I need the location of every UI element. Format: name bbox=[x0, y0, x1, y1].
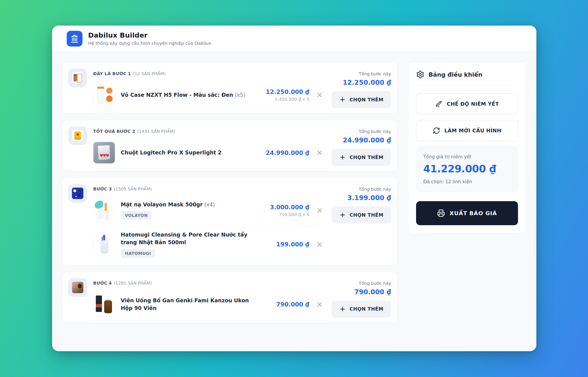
step-total-label: Tổng bước này bbox=[359, 187, 391, 192]
product-info: Mặt nạ Volayon Mask 500gr (x4) VOLAYON bbox=[121, 201, 257, 220]
product-price-block: 199.000 ₫ bbox=[262, 241, 309, 248]
product-photo bbox=[93, 84, 115, 106]
step-card: BƯỚC 4 (1281 SẢN PHẨM) Viên Uống Bổ Gan … bbox=[62, 272, 398, 323]
product-name: Viên Uống Bổ Gan Genki Fami Kanzou Ukon … bbox=[121, 297, 254, 312]
step-title-row: BƯỚC 4 (1281 SẢN PHẨM) bbox=[93, 281, 325, 286]
add-more-button[interactable]: CHỌN THÊM bbox=[332, 206, 391, 224]
step-thumbnail-art bbox=[72, 130, 83, 141]
app-header: Dabilux Builder Hệ thống xây dựng cấu hì… bbox=[52, 25, 536, 52]
export-quote-label: XUẤT BÁO GIÁ bbox=[450, 210, 497, 216]
step-thumbnail bbox=[68, 184, 87, 203]
product-image bbox=[93, 234, 115, 255]
product-photo bbox=[93, 142, 115, 163]
control-panel: Bảng điều khiển CHẾ ĐỘ NIÊM YẾT bbox=[408, 62, 526, 233]
product-unit-price: 750.000 ₫ x 4 bbox=[262, 212, 309, 217]
summary-selected-count: Đã chọn: 12 linh kiện bbox=[423, 179, 511, 184]
product-list: Viên Uống Bổ Gan Genki Fami Kanzou Ukon … bbox=[93, 289, 325, 320]
refresh-icon bbox=[433, 127, 440, 134]
step-total-label: Tổng bước này bbox=[359, 281, 391, 286]
step-title-row: TỐT QUÁ BƯỚC 2 (1431 SẢN PHẨM) bbox=[93, 129, 325, 134]
add-more-label: CHỌN THÊM bbox=[350, 97, 384, 102]
product-image bbox=[93, 200, 115, 221]
add-more-button[interactable]: CHỌN THÊM bbox=[332, 149, 391, 166]
step-product-count: (1281 SẢN PHẨM) bbox=[114, 281, 152, 286]
plus-icon bbox=[339, 212, 346, 218]
step-product-count: (12 SẢN PHẨM) bbox=[133, 71, 166, 76]
product-list: Vỏ Case NZXT H5 Flow - Màu sắc: Đen (x5)… bbox=[93, 79, 325, 111]
step-main: BƯỚC 4 (1281 SẢN PHẨM) Viên Uống Bổ Gan … bbox=[93, 278, 325, 320]
step-label: BƯỚC 4 bbox=[93, 281, 112, 286]
step-total-value: 12.250.000 ₫ bbox=[343, 79, 391, 86]
product-name: Chuột Logitech Pro X Superlight 2 bbox=[121, 149, 254, 157]
listing-mode-button[interactable]: CHẾ ĐỘ NIÊM YẾT bbox=[416, 93, 518, 115]
remove-product-button[interactable] bbox=[315, 206, 324, 215]
step-title-row: BƯỚC 3 (1505 SẢN PHẨM) bbox=[93, 187, 325, 191]
product-price-block: 12.250.000 ₫ 2.450.000 ₫ x 5 bbox=[262, 88, 309, 102]
bank-icon bbox=[70, 34, 79, 43]
app-body: ĐÂY LÀ BƯỚC 1 (12 SẢN PHẨM) Vỏ Case NZXT… bbox=[52, 52, 536, 351]
remove-product-button[interactable] bbox=[315, 240, 324, 249]
remove-product-button[interactable] bbox=[315, 90, 324, 100]
step-thumbnail bbox=[68, 126, 87, 145]
product-price-block: 24.990.000 ₫ bbox=[262, 149, 309, 156]
add-more-label: CHỌN THÊM bbox=[350, 212, 384, 218]
app-logo bbox=[67, 31, 82, 47]
pencil-icon bbox=[435, 100, 442, 108]
plus-icon bbox=[339, 154, 346, 161]
step-main: TỐT QUÁ BƯỚC 2 (1431 SẢN PHẨM) Chuột Log… bbox=[93, 126, 325, 169]
remove-product-button[interactable] bbox=[315, 300, 324, 309]
step-summary: Tổng bước này 3.199.000 ₫ CHỌN THÊM bbox=[332, 183, 391, 263]
page-background: { "app": { "title": "Dabilux Builder", "… bbox=[0, 0, 588, 377]
product-photo bbox=[93, 294, 115, 315]
step-total-label: Tổng bước này bbox=[359, 129, 391, 134]
listing-mode-label: CHẾ ĐỘ NIÊM YẾT bbox=[447, 101, 499, 107]
product-price: 12.250.000 ₫ bbox=[262, 88, 309, 95]
step-label: TỐT QUÁ BƯỚC 2 bbox=[93, 129, 135, 134]
add-more-button[interactable]: CHỌN THÊM bbox=[332, 91, 391, 108]
product-price: 790.000 ₫ bbox=[262, 301, 309, 308]
product-photo bbox=[93, 200, 115, 221]
product-info: Hatomugi Cleansing & Pore Clear Nước tẩy… bbox=[121, 231, 257, 258]
product-price: 3.000.000 ₫ bbox=[262, 204, 309, 211]
plus-icon bbox=[339, 306, 346, 312]
step-thumbnail bbox=[68, 69, 87, 87]
steps-column: ĐÂY LÀ BƯỚC 1 (12 SẢN PHẨM) Vỏ Case NZXT… bbox=[62, 62, 398, 323]
summary-box: Tổng giá trị niêm yết 41.229.000 ₫ Đã ch… bbox=[416, 147, 518, 192]
export-quote-button[interactable]: XUẤT BÁO GIÁ bbox=[416, 201, 518, 225]
step-thumbnail-art bbox=[72, 72, 83, 84]
close-icon bbox=[316, 207, 323, 214]
product-info: Vỏ Case NZXT H5 Flow - Màu sắc: Đen (x5) bbox=[121, 91, 257, 99]
summary-total-value: 41.229.000 ₫ bbox=[423, 163, 511, 175]
product-price: 199.000 ₫ bbox=[262, 241, 309, 248]
product-price-block: 790.000 ₫ bbox=[262, 301, 309, 308]
printer-icon bbox=[437, 209, 445, 217]
brand-badge: HATOMUGI bbox=[121, 249, 155, 258]
refresh-config-button[interactable]: LÀM MỚI CẤU HÌNH bbox=[416, 120, 518, 141]
product-row: Hatomugi Cleansing & Pore Clear Nước tẩy… bbox=[93, 226, 325, 263]
product-quantity: (x4) bbox=[202, 202, 215, 208]
step-thumbnail-art bbox=[72, 188, 83, 199]
app-window: Dabilux Builder Hệ thống xây dựng cấu hì… bbox=[52, 25, 536, 351]
step-product-count: (1431 SẢN PHẨM) bbox=[137, 129, 175, 134]
app-header-text: Dabilux Builder Hệ thống xây dựng cấu hì… bbox=[88, 31, 211, 46]
product-name: Vỏ Case NZXT H5 Flow - Màu sắc: Đen (x5) bbox=[121, 91, 254, 99]
summary-label: Tổng giá trị niêm yết bbox=[423, 154, 511, 159]
add-more-button[interactable]: CHỌN THÊM bbox=[332, 301, 391, 318]
step-main: BƯỚC 3 (1505 SẢN PHẨM) Mặt nạ Volayon Ma… bbox=[93, 183, 325, 263]
app-subtitle: Hệ thống xây dựng cấu hình chuyên nghiệp… bbox=[88, 41, 211, 46]
step-main: ĐÂY LÀ BƯỚC 1 (12 SẢN PHẨM) Vỏ Case NZXT… bbox=[93, 68, 325, 111]
product-image bbox=[93, 294, 115, 315]
step-thumbnail-art bbox=[72, 282, 83, 293]
product-price-block: 3.000.000 ₫ 750.000 ₫ x 4 bbox=[262, 204, 309, 217]
product-info: Viên Uống Bổ Gan Genki Fami Kanzou Ukon … bbox=[121, 297, 257, 312]
step-label: BƯỚC 3 bbox=[93, 187, 112, 191]
product-list: Mặt nạ Volayon Mask 500gr (x4) VOLAYON 3… bbox=[93, 195, 325, 263]
product-row: Vỏ Case NZXT H5 Flow - Màu sắc: Đen (x5)… bbox=[93, 79, 325, 111]
product-row: Mặt nạ Volayon Mask 500gr (x4) VOLAYON 3… bbox=[93, 195, 325, 226]
remove-product-button[interactable] bbox=[315, 148, 324, 157]
add-more-label: CHỌN THÊM bbox=[350, 155, 384, 160]
product-image bbox=[93, 84, 115, 106]
close-icon bbox=[316, 241, 323, 248]
step-card: BƯỚC 3 (1505 SẢN PHẨM) Mặt nạ Volayon Ma… bbox=[62, 177, 398, 265]
step-product-count: (1505 SẢN PHẨM) bbox=[114, 187, 152, 191]
